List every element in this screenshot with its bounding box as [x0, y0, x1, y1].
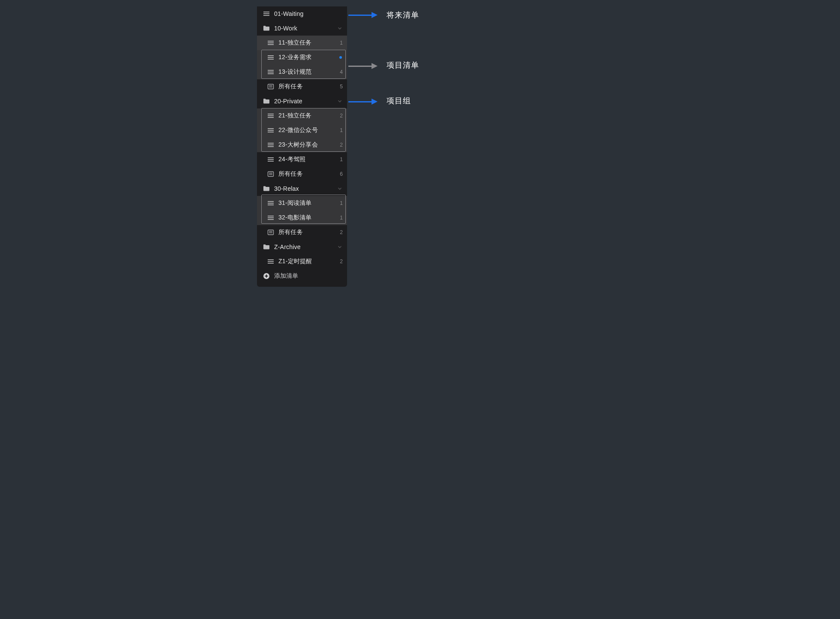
sidebar-folder[interactable]: Z-Archive	[257, 240, 347, 254]
sidebar-item-label: 30-Relax	[274, 185, 337, 192]
plus-icon	[263, 273, 270, 279]
smart-icon	[267, 171, 274, 177]
sidebar-item-label: 24-考驾照	[278, 156, 338, 163]
item-count: 1	[338, 156, 343, 162]
folder-icon	[263, 25, 270, 32]
item-count: 2	[338, 113, 343, 119]
sidebar-folder[interactable]: 20-Private	[257, 94, 347, 108]
item-count: 4	[338, 69, 343, 75]
sidebar-smartlist[interactable]: 所有任务6	[257, 167, 347, 181]
folder-icon	[263, 185, 270, 192]
arrow-project-list	[348, 63, 378, 69]
sidebar-item-label: 20-Private	[274, 98, 337, 105]
sidebar-list[interactable]: 21-独立任务2	[257, 108, 347, 123]
annotation-future-list: 将来清单	[387, 10, 419, 20]
sidebar-item-label: 所有任务	[278, 170, 338, 178]
item-count: 1	[338, 215, 343, 221]
list-icon	[267, 141, 274, 148]
list-icon	[267, 69, 274, 75]
list-icon	[263, 10, 270, 17]
chevron-down-icon	[337, 186, 343, 192]
unread-dot	[339, 56, 342, 59]
item-count: 1	[338, 127, 343, 133]
sidebar-item-label: 所有任务	[278, 228, 338, 236]
item-count: 5	[338, 84, 343, 90]
list-icon	[267, 214, 274, 221]
sidebar-item-label: 21-独立任务	[278, 112, 338, 120]
chevron-down-icon	[337, 244, 343, 250]
folder-icon	[263, 243, 270, 250]
list-icon	[267, 39, 274, 46]
sidebar: 01-Waiting10-Work11-独立任务112-业务需求13-设计规范4…	[257, 6, 347, 287]
list-icon	[267, 156, 274, 163]
sidebar-item-label: 23-大树分享会	[278, 141, 338, 149]
svg-rect-12	[268, 84, 274, 89]
sidebar-item-label: 22-微信公众号	[278, 126, 338, 134]
sidebar-list[interactable]: 13-设计规范4	[257, 65, 347, 79]
item-count: 2	[338, 229, 343, 235]
item-count: 6	[338, 171, 343, 177]
item-count: 1	[338, 40, 343, 46]
sidebar-list[interactable]: 31-阅读清单1	[257, 196, 347, 210]
sidebar-smartlist[interactable]: 所有任务5	[257, 79, 347, 94]
annotation-project-list: 项目清单	[387, 60, 419, 70]
annotation-project-group: 项目组	[387, 96, 411, 106]
sidebar-item-label: 13-设计规范	[278, 68, 338, 76]
svg-rect-36	[268, 230, 274, 235]
sidebar-item-label: Z-Archive	[274, 243, 337, 250]
sidebar-item-label: 32-电影清单	[278, 214, 338, 222]
item-count: 1	[338, 200, 343, 206]
chevron-down-icon	[337, 98, 343, 104]
sidebar-item-label: 所有任务	[278, 83, 338, 90]
sidebar-item-label: 11-独立任务	[278, 39, 338, 47]
chevron-down-icon	[337, 25, 343, 31]
sidebar-list[interactable]: 01-Waiting	[257, 6, 347, 21]
sidebar-list[interactable]: 24-考驾照1	[257, 152, 347, 167]
sidebar-list[interactable]: 12-业务需求	[257, 50, 347, 65]
sidebar-item-label: 10-Work	[274, 25, 337, 32]
list-icon	[267, 112, 274, 119]
add-list-button[interactable]: 添加清单	[257, 269, 347, 283]
arrow-future-list	[348, 12, 378, 18]
sidebar-smartlist[interactable]: 所有任务2	[257, 225, 347, 240]
smart-icon	[267, 229, 274, 236]
sidebar-list[interactable]: 22-微信公众号1	[257, 123, 347, 138]
svg-rect-27	[268, 172, 274, 177]
sidebar-list[interactable]: 32-电影清单1	[257, 210, 347, 225]
add-list-label: 添加清单	[274, 272, 298, 280]
sidebar-list[interactable]: 11-独立任务1	[257, 36, 347, 50]
item-count: 2	[338, 142, 343, 148]
sidebar-list[interactable]: 23-大树分享会2	[257, 138, 347, 152]
sidebar-item-label: 12-业务需求	[278, 54, 339, 61]
sidebar-folder[interactable]: 30-Relax	[257, 181, 347, 196]
folder-icon	[263, 98, 270, 105]
smart-icon	[267, 83, 274, 90]
list-icon	[267, 54, 274, 61]
arrow-project-group	[348, 99, 378, 105]
sidebar-folder[interactable]: 10-Work	[257, 21, 347, 36]
list-icon	[267, 258, 274, 265]
list-icon	[267, 200, 274, 207]
sidebar-item-label: 01-Waiting	[274, 10, 343, 17]
list-icon	[267, 127, 274, 134]
sidebar-list[interactable]: Z1-定时提醒2	[257, 254, 347, 269]
sidebar-item-label: 31-阅读清单	[278, 199, 338, 207]
screenshot-canvas: { "annotations": { "a1_label": "将来清单", "…	[145, 0, 695, 405]
sidebar-item-label: Z1-定时提醒	[278, 258, 338, 265]
item-count: 2	[338, 258, 343, 264]
